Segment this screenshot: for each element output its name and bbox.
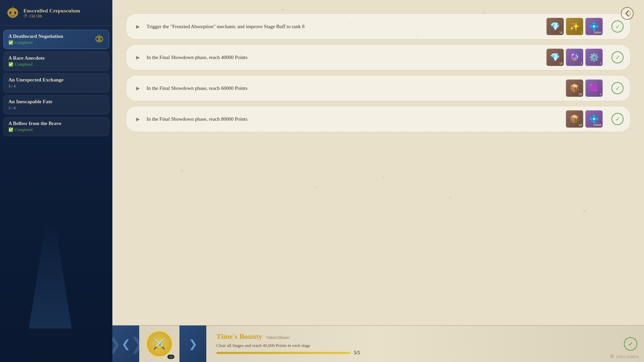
svg-point-5 [101,38,102,40]
bounty-progress-text: 5/5 [354,350,360,356]
logo-text: THEGAMER [616,355,639,359]
main-panel: ✦ ✦ ✦ ✦ ✦ ✦ ✦ ✦ ✦ ✦ ✦ ✦ ▶ Trigger the "F… [112,0,644,362]
bounty-progress-fill [216,352,351,354]
quest-content: ▶ Trigger the "Frenzied Absorption" mech… [112,0,644,322]
quest-arrow-icon: ▶ [136,55,140,60]
quest-check-3: ✓ [611,82,624,94]
bounty-check: ✓ [624,337,637,351]
bounty-icon: ⚔️ [146,330,173,357]
status-label: 3 / 4 [8,84,15,89]
reward-item-4b: 💠 20000 [585,110,603,128]
svg-point-2 [14,11,16,14]
quest-row-2: ▶ In the Final Showdown phase, reach 400… [126,44,631,70]
status-label: 3 / 4 [8,106,15,111]
reward-item-2b: 🔮 3 [566,49,583,66]
bounty-bar: ❮ ⚔️ ×1 ❯ Time's Bounty 7d4rm33lbamr Cle… [112,325,644,362]
quest-list: ▶ Trigger the "Frenzied Absorption" mech… [126,13,631,132]
reward-count-1b: 3 [580,31,582,35]
sidebar-item-deathward[interactable]: A Deathward Negotiation ✅ Completed [3,30,109,49]
reward-item-3b: 🟪 4 [585,79,603,97]
quest-row-4: ▶ In the Final Showdown phase, reach 800… [126,106,631,132]
reward-count-1a: 50 [559,31,562,35]
completed-icon: ✅ [8,127,13,132]
bounty-deco-right: ❯ [179,325,206,362]
sidebar-item-rare-anecdote[interactable]: A Rare Anecdote ✅ Completed [3,52,109,71]
quest-check-4: ✓ [611,113,624,125]
bounty-progress-row: 5/5 [216,350,610,356]
reward-count-2b: 3 [580,62,582,65]
quest-rewards-4: 📦 10 💠 20000 [566,110,603,128]
quest-text-4: In the Final Showdown phase, reach 80000… [147,116,560,123]
sidebar-item-status: ✅ Completed [8,62,104,67]
sidebar-character-bg [0,194,104,328]
bounty-title-row: Time's Bounty 7d4rm33lbamr [216,332,610,341]
quest-arrow-icon: ▶ [136,85,140,91]
reward-count-3b: 4 [600,93,601,96]
quest-row-3: ▶ In the Final Showdown phase, reach 600… [126,75,631,101]
bounty-subtitle: 7d4rm33lbamr [266,335,289,340]
reward-item-3a: 📦 20 [566,79,583,97]
status-label: Completed [15,127,33,132]
sidebar-item-title: A Deathward Negotiation [8,34,104,39]
sidebar-item-inescapable-fate[interactable]: An Inescapable Fate 3 / 4 [3,95,109,114]
bounty-info: Time's Bounty 7d4rm33lbamr Clear all Sta… [213,332,610,356]
bounty-icon-wrapper: ⚔️ ×1 [146,330,173,357]
sidebar-item-title: An Inescapable Fate [8,99,104,105]
reward-item-2a: 💎 50 [546,49,564,66]
thegamer-logo: ⚙ THEGAMER [610,354,639,359]
sidebar-header: Enscrolled Crepusculum ⏱ 13d 10h [0,0,112,26]
completed-icon: ✅ [8,40,13,45]
quest-row-1: ▶ Trigger the "Frenzied Absorption" mech… [126,13,631,40]
quest-check-1: ✓ [611,20,624,33]
reward-item-1a: 💎 50 [546,18,564,35]
status-label: Completed [15,40,33,45]
quest-arrow-icon: ▶ [136,116,140,122]
sidebar-item-status: 3 / 4 [8,84,104,89]
sidebar-item-bellow-brave[interactable]: A Bellow from the Brave ✅ Completed [3,117,109,136]
status-label: Completed [15,62,33,67]
event-timer: ⏱ 13d 10h [23,14,80,19]
reward-count-2a: 50 [559,62,562,65]
quest-text-3: In the Final Showdown phase, reach 60000… [147,85,560,92]
header-text: Enscrolled Crepusculum ⏱ 13d 10h [23,8,80,19]
quest-arrow-icon: ▶ [136,24,140,29]
reward-count-1c: 50000 [593,31,601,35]
reward-count-4b: 20000 [593,123,601,127]
clock-icon: ⏱ [23,14,28,19]
quest-rewards-1: 💎 50 ✨ 3 💠 50000 [546,18,603,35]
quest-rewards-3: 📦 20 🟪 4 [566,79,603,97]
sidebar-item-title: An Unexpected Exchange [8,77,104,83]
sidebar-item-status: ✅ Completed [8,40,104,45]
bounty-deco-left: ❮ [112,325,139,362]
sidebar-item-title: A Rare Anecdote [8,55,104,61]
event-title: Enscrolled Crepusculum [23,8,80,14]
bounty-title: Time's Bounty [216,332,262,341]
quest-check-2: ✓ [611,51,624,63]
reward-item-2c: ⚙️ 3 [585,49,603,66]
back-button[interactable] [621,7,634,20]
bounty-count: ×1 [167,355,174,359]
sidebar-item-status: 3 / 4 [8,106,104,111]
sidebar-item-unexpected-exchange[interactable]: An Unexpected Exchange 3 / 4 [3,73,109,93]
gear-icon: ⚙ [610,354,614,359]
svg-point-4 [97,38,98,40]
quest-text-1: Trigger the "Frenzied Absorption" mechan… [147,23,541,30]
sidebar-item-status: ✅ Completed [8,127,104,132]
completed-icon: ✅ [8,62,13,67]
active-badge-icon [93,34,105,46]
quest-rewards-2: 💎 50 🔮 3 ⚙️ 3 [546,49,603,66]
svg-point-6 [621,7,633,19]
reward-count-3a: 20 [579,93,582,96]
reward-count-2c: 3 [600,62,601,65]
sidebar: Enscrolled Crepusculum ⏱ 13d 10h A Death… [0,0,112,362]
bounty-emoji: ⚔️ [153,338,166,350]
sidebar-quest-list: A Deathward Negotiation ✅ Completed A Ra… [0,26,112,140]
reward-count-4a: 10 [579,123,582,127]
timer-value: 13d 10h [29,14,42,19]
reward-item-1b: ✨ 3 [566,18,583,35]
reward-item-1c: 💠 50000 [585,18,603,35]
bounty-description: Clear all Stages and reach 40,000 Points… [216,343,610,348]
reward-item-4a: 📦 10 [566,110,583,128]
svg-point-1 [9,11,11,14]
bounty-progress-bar [216,352,351,354]
